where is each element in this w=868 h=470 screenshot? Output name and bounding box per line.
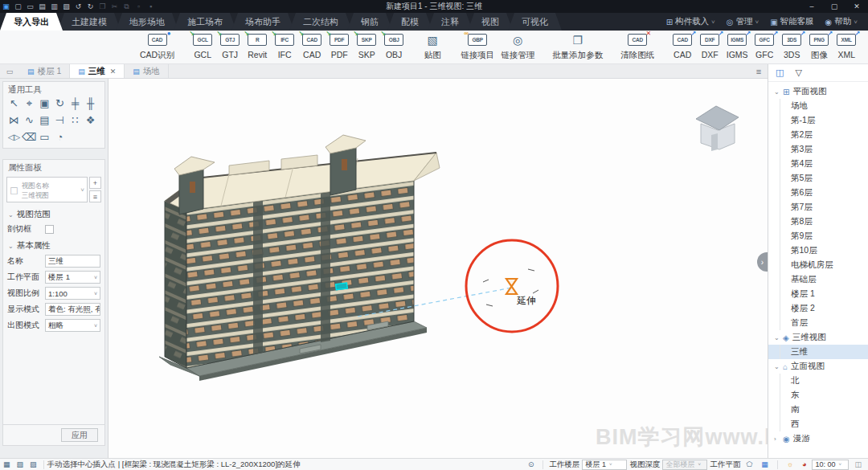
dxf-export-button[interactable]: DXF↗ DXF [696,31,723,59]
tree-item[interactable]: 基础层 [768,272,868,287]
work-floor-select[interactable]: 楼层 1˅ [582,460,627,470]
tab-annotation[interactable]: 注释 [428,13,473,31]
view-tab-floor1[interactable]: ▤ 楼层 1 [19,64,70,78]
tree-item[interactable]: 第6层 [768,186,868,200]
rotate-tool-icon[interactable]: ↻ [52,98,68,109]
grid-toggle-icon[interactable]: ▦ [0,460,14,468]
tree-item[interactable]: 西 [768,417,868,431]
close-tab-icon[interactable]: ✕ [110,67,117,76]
view-type-selector[interactable]: ◻ 视图名称 三维视图 ˅ [6,177,88,202]
tab-layout-assistant[interactable]: 场布助手 [231,13,294,31]
gtj-import-button[interactable]: GTJ↘ GTJ [216,31,244,59]
tree-item[interactable]: 楼层 1 [768,287,868,301]
model-canvas[interactable]: 延伸 BIM学习网www.bim › [108,79,768,458]
tab-structure-modeling[interactable]: 土建建模 [58,13,121,31]
add-type-button[interactable]: + [89,177,101,189]
igms-export-button[interactable]: IGMS↗ IGMS [723,31,751,59]
clip-box-checkbox[interactable] [45,225,54,234]
tree-item[interactable]: 第10层 [768,243,868,258]
skp-import-button[interactable]: SKP↘ SKP [353,31,380,59]
tab-formwork[interactable]: 配模 [387,13,432,31]
chain-tool-icon[interactable]: ∷ [68,115,83,126]
tree-item[interactable]: 首层 [768,316,868,330]
group-tool-icon[interactable]: ❖ [83,115,98,126]
cad-import-button[interactable]: CAD↘ CAD [298,31,326,59]
export-file-icon[interactable]: ▥ [48,2,60,10]
save-as-icon[interactable]: ▤ [36,2,48,10]
component-load-menu[interactable]: ⊞ 构件载入 ˅ [662,16,719,27]
tree-group-3d-views[interactable]: ⌄ ◈ 三维视图 [768,330,868,345]
tree-group-walkthrough[interactable]: › ◉ 漫游 [768,431,868,446]
display-mode-select[interactable]: 着色: 有光照, 有材质˅ [45,303,100,316]
workplane-select[interactable]: 楼层 1˅ [45,271,100,284]
texture-map-button[interactable]: ▧ 贴图 [419,31,446,61]
work-plane-icon[interactable]: ⬠ [743,460,755,468]
tab-import-export[interactable]: 导入导出 [0,13,63,31]
tree-item[interactable]: 第3层 [768,142,868,157]
image-export-button[interactable]: PNG↗ 图像 [805,31,833,61]
time-select[interactable]: 10: 00˅ [812,460,849,470]
open-file-icon[interactable]: ▭ [24,2,36,10]
tree-item[interactable]: 场地 [768,99,868,113]
help-menu[interactable]: ◉ 帮助 ˅ [821,16,862,27]
cad-export-button[interactable]: CAD↗ CAD [669,31,696,59]
view-cube-house-icon[interactable] [696,106,739,151]
filter-icon[interactable]: ▽ [795,67,801,78]
tab-construction-layout[interactable]: 施工场布 [174,13,236,31]
tree-item[interactable]: 第2层 [768,128,868,142]
link-manage-button[interactable]: ◎ 链接管理 [497,31,538,61]
tree-item[interactable]: 第5层 [768,171,868,186]
obj-import-button[interactable]: OBJ↘ OBJ [380,31,407,59]
sun-icon[interactable]: ☼ [784,460,796,468]
tree-item[interactable]: 电梯机房层 [768,258,868,272]
shadow-icon[interactable]: ◕ [799,460,809,468]
redo-icon[interactable]: ↻ [84,2,96,10]
view-tab-site[interactable]: ▤ 场地 [125,64,169,78]
apply-button[interactable]: 应用 [61,428,98,442]
ortho-toggle-icon[interactable]: ▨ [27,460,40,468]
tab-rebar[interactable]: 钢筋 [347,13,392,31]
name-input[interactable]: 三维 [45,255,100,268]
revit-import-button[interactable]: R↘ Revit [244,31,271,59]
tree-item[interactable]: 第4层 [768,157,868,171]
trim-tool-icon[interactable]: ⊣ [52,115,68,126]
tree-item[interactable]: 楼层 2 [768,301,868,316]
new-file-icon[interactable]: ▢ [12,2,24,10]
undo-icon[interactable]: ↺ [72,2,84,10]
delete-tool-icon[interactable]: ⌫ [22,132,37,143]
selected-beam[interactable] [336,283,348,290]
gfc-export-button[interactable]: GFC↗ GFC [751,31,778,59]
view-scale-select[interactable]: 1:100˅ [45,287,100,300]
tab-terrain-site[interactable]: 地形场地 [116,13,178,31]
manage-menu[interactable]: ◎ 管理 ˅ [723,16,763,27]
close-button[interactable]: ✕ [845,0,868,13]
offset-tool-icon[interactable]: ∿ [22,115,37,126]
select-tool-icon[interactable]: ↖ [6,98,22,109]
link-project-button[interactable]: GBP∞ 链接项目 [457,31,497,61]
tab-visualization[interactable]: 可视化 [508,13,562,31]
type-list-button[interactable]: ≡ [89,190,101,202]
tds-export-button[interactable]: 3DS↗ 3DS [778,31,805,59]
view-cube-icon[interactable]: ◫ [851,460,865,468]
mirror-tool-icon[interactable]: ⋈ [6,115,22,126]
array-tool-icon[interactable]: ▤ [37,115,52,126]
view-tab-3d[interactable]: ▤ 三维 ✕ [70,64,125,78]
protractor-tool-icon[interactable]: ◔ [52,132,68,143]
close-file-icon[interactable]: ▧ [60,2,72,10]
flip-tool-icon[interactable]: ◁▷ [6,132,22,143]
pdf-import-button[interactable]: PDF↘ PDF [326,31,353,59]
tree-item[interactable]: 北 [768,374,868,388]
tree-item[interactable]: 第7层 [768,200,868,215]
tree-item[interactable]: 第9层 [768,229,868,243]
tree-item[interactable]: 东 [768,388,868,403]
tree-group-plane-views[interactable]: ⌄ ⊞ 平面视图 [768,84,868,99]
cad-recognize-button[interactable]: CAD● CAD识别 [137,31,178,61]
batch-add-param-button[interactable]: ❐ 批量添加参数 [549,31,606,61]
align-tool-icon[interactable]: ╪ [68,98,83,109]
save-icon[interactable]: ▣ [0,2,12,10]
ifc-import-button[interactable]: IFC↘ IFC [271,31,298,59]
maximize-button[interactable]: ▢ [823,0,845,13]
move-tool-icon[interactable]: ⌖ [22,98,37,109]
measure-tool-icon[interactable]: ▭ [37,132,52,143]
view-list-icon[interactable]: ▭ [0,64,19,78]
